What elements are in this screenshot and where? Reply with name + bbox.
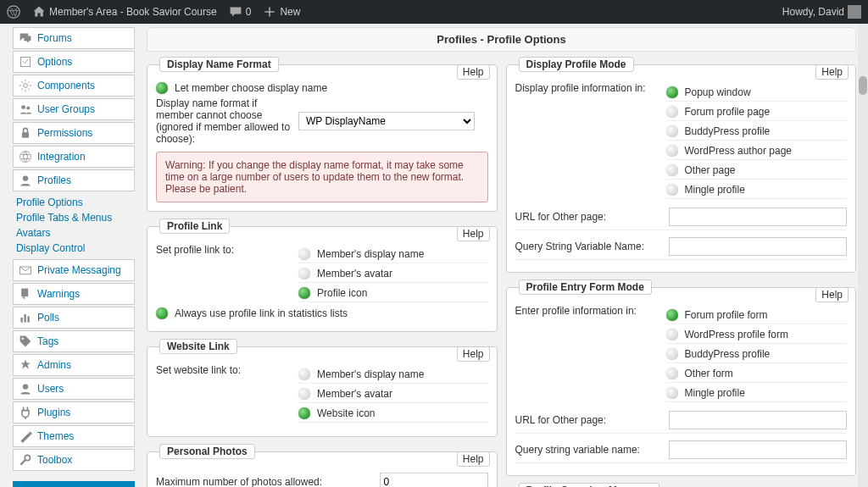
radio-buddypress-form[interactable]	[666, 348, 678, 360]
sidebar-item-usergroups[interactable]: User Groups	[13, 98, 135, 120]
admin-bar: Member's Area - Book Savior Course 0 New…	[0, 0, 868, 24]
sublink-display-control[interactable]: Display Control	[13, 241, 135, 256]
radio-other-page[interactable]	[666, 164, 678, 176]
radio-mingle-form[interactable]	[666, 387, 678, 399]
radio-wp-form[interactable]	[666, 329, 678, 340]
help-troubleshooting-button[interactable]: Simple:Press Help and Troubleshooting	[13, 481, 135, 487]
sidebar-item-plugins[interactable]: Plugins	[13, 401, 135, 423]
toggle-let-member-choose[interactable]	[156, 82, 168, 94]
svg-point-15	[25, 455, 30, 460]
radio-avatar[interactable]	[298, 388, 310, 400]
sublink-avatars[interactable]: Avatars	[13, 225, 135, 241]
max-photos-input[interactable]	[380, 473, 488, 487]
radio-avatar[interactable]	[298, 268, 310, 279]
sidebar: Forums Options Components User Groups Pe…	[0, 24, 138, 487]
svg-point-3	[21, 105, 25, 109]
radio-profile-icon[interactable]	[298, 287, 310, 299]
sidebar-item-themes[interactable]: Themes	[13, 425, 135, 447]
svg-rect-1	[20, 57, 30, 66]
sidebar-item-warnings[interactable]: Warnings	[13, 283, 135, 305]
sidebar-item-admins[interactable]: Admins	[13, 354, 135, 376]
page-title: Profiles - Profile Options	[147, 27, 856, 52]
wp-logo[interactable]	[7, 5, 20, 19]
radio-popup[interactable]	[666, 86, 678, 98]
sidebar-item-profiles[interactable]: Profiles	[13, 169, 135, 191]
display-profile-mode-fieldset: Display Profile Mode Help Display profil…	[506, 57, 857, 273]
legend: Personal Photos	[159, 444, 255, 459]
legend: Profile Entry Form Mode	[519, 279, 652, 295]
help-button[interactable]: Help	[457, 64, 490, 80]
profile-link-fieldset: Profile Link Help Set profile link to: M…	[147, 219, 498, 332]
site-link[interactable]: Member's Area - Book Savior Course	[32, 5, 217, 19]
display-name-format-fieldset: Display Name Format Help Let member choo…	[147, 57, 498, 212]
sublink-profile-tabs[interactable]: Profile Tabs & Menus	[13, 210, 135, 225]
radio-display-name[interactable]	[298, 248, 310, 260]
svg-point-7	[23, 175, 28, 180]
entry-qs-var-input[interactable]	[669, 440, 847, 459]
account-link[interactable]: Howdy, David	[782, 5, 861, 19]
legend: Display Profile Mode	[519, 57, 634, 72]
svg-point-14	[23, 384, 28, 389]
sidebar-item-permissions[interactable]: Permissions	[13, 122, 135, 144]
sidebar-item-integration[interactable]: Integration	[13, 146, 135, 168]
help-button[interactable]: Help	[815, 64, 849, 80]
sidebar-item-forums[interactable]: Forums	[13, 27, 135, 49]
help-button[interactable]: Help	[815, 287, 849, 302]
warning-message: Warning: If you change the display name …	[156, 152, 488, 202]
svg-rect-9	[21, 289, 28, 297]
sidebar-item-polls[interactable]: Polls	[13, 307, 135, 329]
legend: Website Link	[159, 339, 237, 354]
sidebar-item-tags[interactable]: Tags	[13, 330, 135, 352]
qs-var-input[interactable]	[669, 237, 847, 256]
sidebar-item-components[interactable]: Components	[13, 75, 135, 97]
svg-point-2	[24, 84, 28, 88]
sidebar-item-private-messaging[interactable]: Private Messaging	[13, 259, 135, 281]
sidebar-item-users[interactable]: Users	[13, 378, 135, 400]
svg-rect-10	[20, 318, 22, 323]
overview-message-fieldset: Profile Overview Message Help Profile ov…	[506, 483, 857, 487]
window-scrollbar[interactable]	[858, 24, 868, 487]
help-button[interactable]: Help	[457, 346, 490, 362]
svg-rect-5	[22, 132, 29, 137]
radio-forum-form[interactable]	[666, 309, 678, 321]
svg-point-6	[20, 152, 31, 163]
radio-display-name[interactable]	[298, 368, 310, 380]
main-content: Profiles - Profile Options Display Name …	[138, 24, 868, 487]
svg-rect-11	[24, 314, 25, 323]
radio-buddypress[interactable]	[666, 125, 678, 137]
sublink-profile-options[interactable]: Profile Options	[13, 195, 135, 210]
toggle-always-stats[interactable]	[156, 307, 168, 319]
help-button[interactable]: Help	[457, 451, 490, 467]
comments-link[interactable]: 0	[229, 5, 252, 19]
personal-photos-fieldset: Personal Photos Help Maximum number of p…	[147, 444, 498, 487]
display-name-format-select[interactable]: WP DisplayName	[298, 112, 475, 130]
help-button[interactable]: Help	[457, 226, 490, 241]
svg-point-4	[26, 106, 30, 109]
svg-point-13	[22, 338, 24, 340]
radio-wp-author[interactable]	[666, 145, 678, 157]
radio-website-icon[interactable]	[298, 407, 310, 419]
radio-mingle[interactable]	[666, 184, 678, 196]
legend: Profile Link	[159, 219, 230, 234]
legend: Profile Overview Message	[519, 483, 659, 487]
sidebar-item-options[interactable]: Options	[13, 51, 135, 73]
entry-form-mode-fieldset: Profile Entry Form Mode Help Enter profi…	[506, 279, 857, 476]
radio-other-form[interactable]	[666, 368, 678, 379]
sidebar-item-toolbox[interactable]: Toolbox	[13, 449, 135, 471]
legend: Display Name Format	[159, 57, 279, 72]
avatar	[848, 5, 861, 19]
new-link[interactable]: New	[263, 5, 300, 19]
svg-rect-12	[27, 316, 29, 322]
radio-forum-page[interactable]	[666, 106, 678, 118]
entry-other-url-input[interactable]	[669, 411, 847, 429]
other-url-input[interactable]	[669, 208, 847, 226]
website-link-fieldset: Website Link Help Set website link to: M…	[147, 339, 498, 437]
